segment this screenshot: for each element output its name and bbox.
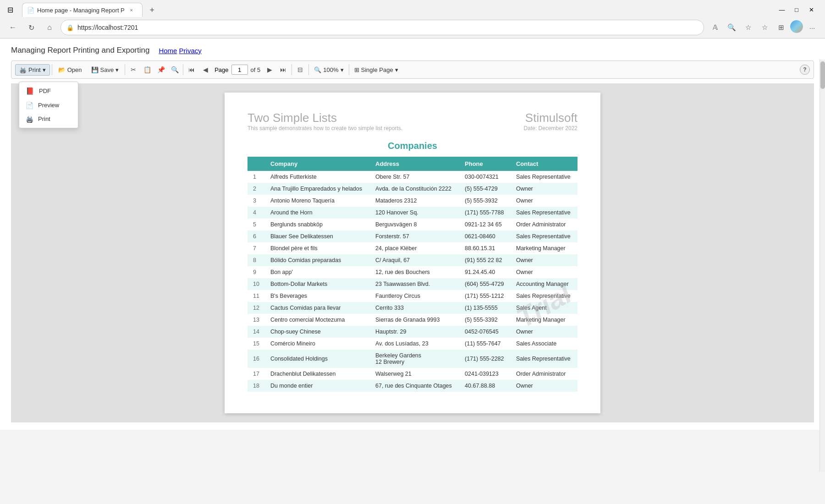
avatar[interactable] <box>790 20 803 33</box>
cut-btn[interactable]: ✂ <box>127 64 140 76</box>
cell-phone: (91) 555 22 82 <box>459 254 511 266</box>
cell-contact: Sales Representative <box>511 230 578 242</box>
prev-page-btn[interactable]: ◀ <box>199 64 212 76</box>
cell-contact: Sales Associate <box>511 338 578 350</box>
table-row: 6 Blauer See Delikatessen Forsterstr. 57… <box>248 230 578 242</box>
paste-btn[interactable]: 📌 <box>154 64 167 76</box>
site-title: Managing Report Printing and Exporting <box>11 46 149 55</box>
cell-num: 6 <box>248 230 265 242</box>
avatar-image <box>790 20 803 33</box>
cell-contact: Order Administrator <box>511 219 578 230</box>
print-icon: 🖨️ <box>19 66 27 73</box>
view-icon: ⊞ <box>354 66 359 73</box>
site-header: Managing Report Printing and Exporting H… <box>11 46 814 55</box>
cell-contact: Sales Representative <box>511 350 578 368</box>
cell-address: Walserweg 21 <box>370 368 459 380</box>
table-row: 5 Berglunds snabbköp Berguvsvägen 8 0921… <box>248 219 578 230</box>
home-btn[interactable]: ⌂ <box>42 20 57 35</box>
cell-phone: 030-0074321 <box>459 171 511 183</box>
page-of-text: of 5 <box>251 66 261 73</box>
table-row: 13 Centro comercial Moctezuma Sierras de… <box>248 314 578 326</box>
first-page-btn[interactable]: ⏮ <box>185 64 198 76</box>
cell-phone: 88.60.15.31 <box>459 242 511 254</box>
print-menu-icon: 🖨️ <box>26 115 33 123</box>
cell-contact: Accounting Manager <box>511 278 578 290</box>
cell-contact: Sales Agent <box>511 302 578 314</box>
find-btn[interactable]: 🔍 <box>168 64 181 76</box>
refresh-btn[interactable]: ↻ <box>24 20 38 35</box>
table-row: 16 Consolidated Holdings Berkeley Garden… <box>248 350 578 368</box>
zoom-dropdown-icon: ▾ <box>341 66 344 73</box>
next-page-btn[interactable]: ▶ <box>263 64 276 76</box>
print-menu-item[interactable]: 🖨️ Print <box>19 112 78 126</box>
preview-menu-item[interactable]: 📄 Preview <box>19 99 78 112</box>
sep-3 <box>183 64 183 75</box>
view-mode-btn[interactable]: ⊟ <box>294 64 307 76</box>
cell-address: Fauntleroy Circus <box>370 290 459 302</box>
cell-company: Berglunds snabbköp <box>265 219 370 230</box>
cell-company: Chop-suey Chinese <box>265 326 370 338</box>
back-btn[interactable]: ← <box>6 20 20 35</box>
cell-contact: Owner <box>511 326 578 338</box>
nav-home-link[interactable]: Home <box>159 47 177 55</box>
print-label: Print <box>28 66 41 73</box>
sep-2 <box>125 64 125 75</box>
cell-company: Blauer See Delikatessen <box>265 230 370 242</box>
cell-contact: Marketing Manager <box>511 242 578 254</box>
cell-company: Cactus Comidas para llevar <box>265 302 370 314</box>
cell-num: 11 <box>248 290 265 302</box>
print-btn-wrapper: 🖨️ Print ▾ 📕 PDF 📄 Preview 🖨️ Print <box>15 64 50 76</box>
cell-num: 16 <box>248 350 265 368</box>
cell-address: Avda. de la Constitución 2222 <box>370 183 459 195</box>
cell-phone: (5) 555-3392 <box>459 314 511 326</box>
print-btn[interactable]: 🖨️ Print ▾ <box>15 64 50 76</box>
zoom-select[interactable]: 🔍 100% ▾ <box>311 64 346 76</box>
col-num <box>248 157 265 171</box>
pdf-menu-item[interactable]: 📕 PDF <box>19 84 78 99</box>
cell-company: Ana Trujillo Emparedados y helados <box>265 183 370 195</box>
print-dropdown-menu: 📕 PDF 📄 Preview 🖨️ Print <box>19 82 78 128</box>
cell-company: Drachenblut Delikatessen <box>265 368 370 380</box>
close-window-btn[interactable]: ✕ <box>806 5 817 16</box>
favorites-add-btn[interactable]: ☆ <box>741 20 755 35</box>
cell-contact: Sales Representative <box>511 290 578 302</box>
favorites-btn[interactable]: ☆ <box>757 20 772 35</box>
sidebar-toggle-btn[interactable]: ⊟ <box>5 5 16 16</box>
collections-btn[interactable]: ⊞ <box>774 20 788 35</box>
read-aloud-btn[interactable]: 𝔸 <box>708 20 722 35</box>
minimize-btn[interactable]: — <box>776 5 787 16</box>
help-btn[interactable]: ? <box>800 65 810 75</box>
last-page-btn[interactable]: ⏭ <box>277 64 290 76</box>
table-row: 10 Bottom-Dollar Markets 23 Tsawwassen B… <box>248 278 578 290</box>
cell-num: 4 <box>248 207 265 219</box>
cell-phone: 0452-076545 <box>459 326 511 338</box>
cell-phone: 0621-08460 <box>459 230 511 242</box>
cell-num: 18 <box>248 380 265 392</box>
maximize-btn[interactable]: □ <box>791 5 802 16</box>
title-bar: ⊟ 📄 Home page - Managing Report P × + — … <box>0 0 825 17</box>
nav-privacy-link[interactable]: Privacy <box>179 47 202 55</box>
report-page: Two Simple Lists This sample demonstrate… <box>225 93 600 413</box>
scrollbar-thumb[interactable] <box>820 61 825 89</box>
save-btn[interactable]: 💾 Save ▾ <box>87 64 123 76</box>
view-select[interactable]: ⊞ Single Page ▾ <box>351 64 402 76</box>
cell-num: 17 <box>248 368 265 380</box>
more-btn[interactable]: ··· <box>805 20 820 35</box>
open-btn[interactable]: 📂 Open <box>54 64 86 76</box>
cell-company: B's Beverages <box>265 290 370 302</box>
page-label: Page <box>214 66 228 73</box>
search-btn[interactable]: 🔍 <box>724 20 739 35</box>
sep-6 <box>349 64 349 75</box>
new-tab-btn[interactable]: + <box>145 3 159 17</box>
scrollbar[interactable] <box>820 60 825 472</box>
page-input[interactable] <box>231 65 248 75</box>
address-bar[interactable]: 🔒 https://localhost:7201 <box>60 20 704 35</box>
active-tab: 📄 Home page - Managing Report P × <box>22 3 143 17</box>
cell-num: 5 <box>248 219 265 230</box>
table-row: 4 Around the Horn 120 Hanover Sq. (171) … <box>248 207 578 219</box>
copy-btn[interactable]: 📋 <box>141 64 154 76</box>
tab-close-btn[interactable]: × <box>127 6 136 14</box>
cell-address: Berguvsvägen 8 <box>370 219 459 230</box>
cell-contact: Sales Representative <box>511 171 578 183</box>
zoom-icon: 🔍 <box>314 66 321 73</box>
